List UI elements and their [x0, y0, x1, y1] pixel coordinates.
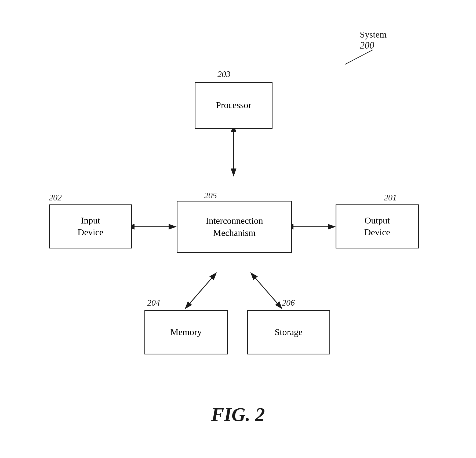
processor-ref: 203: [217, 69, 230, 79]
memory-box: Memory: [144, 310, 228, 354]
interconnection-ref: 205: [204, 190, 217, 200]
storage-box: Storage: [247, 310, 330, 354]
figure-caption: FIG. 2: [211, 404, 265, 426]
input-device-box: Input Device: [49, 204, 132, 248]
diagram-container: System 200 Processor 203 Interconnection…: [0, 0, 476, 458]
memory-ref: 204: [147, 298, 160, 308]
interconnection-label: Interconnection Mechanism: [206, 215, 263, 239]
system-ref: 200: [360, 40, 374, 51]
processor-box: Processor: [195, 82, 272, 129]
storage-ref: 206: [282, 298, 295, 308]
memory-label: Memory: [170, 326, 202, 338]
storage-interconnection-arrow: [255, 278, 282, 309]
processor-label: Processor: [216, 99, 251, 111]
interconnection-box: Interconnection Mechanism: [177, 201, 292, 253]
output-device-ref: 201: [384, 193, 397, 203]
input-device-label: Input Device: [78, 215, 103, 238]
output-device-box: Output Device: [336, 204, 419, 248]
input-device-ref: 202: [49, 193, 62, 203]
storage-label: Storage: [275, 326, 303, 338]
system-pointer-line: [345, 50, 373, 64]
memory-interconnection-arrow: [185, 278, 212, 309]
system-label: System: [360, 30, 387, 40]
output-device-label: Output Device: [364, 215, 390, 238]
